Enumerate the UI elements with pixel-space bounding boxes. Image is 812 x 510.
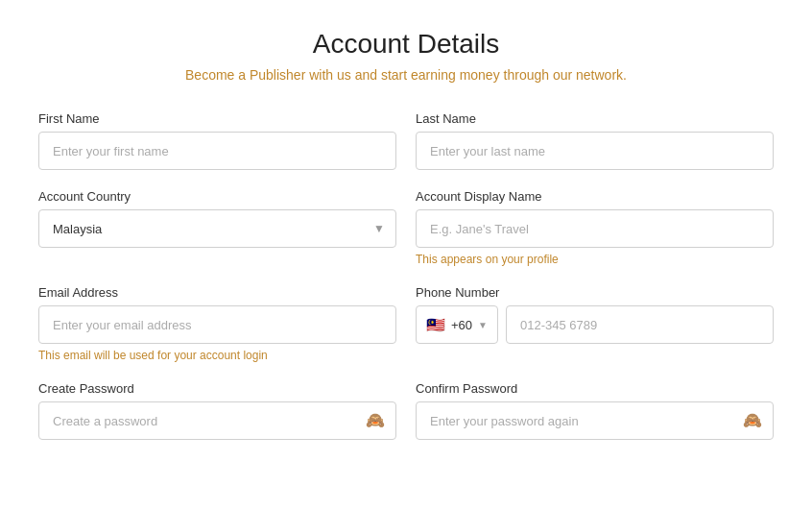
create-password-group: Create Password 🙈 (38, 381, 396, 440)
account-country-label: Account Country (38, 189, 396, 204)
display-name-hint: This appears on your profile (416, 253, 774, 266)
phone-input-group: 🇲🇾 +60 ▼ (416, 305, 774, 344)
phone-group: Phone Number 🇲🇾 +60 ▼ (416, 285, 774, 362)
email-hint: This email will be used for your account… (38, 349, 396, 362)
page-header: Account Details Become a Publisher with … (185, 29, 627, 83)
last-name-label: Last Name (416, 111, 774, 126)
display-name-label: Account Display Name (416, 189, 774, 204)
phone-label: Phone Number (416, 285, 774, 300)
phone-country-code: +60 (451, 318, 472, 332)
email-group: Email Address This email will be used fo… (38, 285, 396, 362)
account-country-group: Account Country Malaysia Singapore Indon… (38, 189, 396, 266)
first-name-group: First Name (38, 111, 396, 170)
email-phone-row: Email Address This email will be used fo… (38, 285, 774, 362)
confirm-password-wrapper: 🙈 (416, 401, 774, 440)
country-display-row: Account Country Malaysia Singapore Indon… (38, 189, 774, 266)
first-name-label: First Name (38, 111, 396, 126)
display-name-group: Account Display Name This appears on you… (416, 189, 774, 266)
password-toggle-icon[interactable]: 🙈 (366, 413, 385, 428)
last-name-input[interactable] (416, 132, 774, 170)
account-details-form: First Name Last Name Account Country Mal… (38, 111, 774, 459)
page-subtitle: Become a Publisher with us and start ear… (185, 67, 627, 83)
display-name-input[interactable] (416, 209, 774, 248)
confirm-password-label: Confirm Password (416, 381, 774, 396)
account-country-select[interactable]: Malaysia Singapore Indonesia Thailand Ph… (38, 209, 396, 248)
email-label: Email Address (38, 285, 396, 300)
chevron-down-icon: ▼ (478, 320, 488, 330)
create-password-input[interactable] (38, 401, 396, 440)
phone-prefix-selector[interactable]: 🇲🇾 +60 ▼ (416, 305, 498, 344)
email-input[interactable] (38, 305, 396, 344)
first-name-input[interactable] (38, 132, 396, 170)
last-name-group: Last Name (416, 111, 774, 170)
confirm-password-input[interactable] (416, 401, 774, 440)
password-row: Create Password 🙈 Confirm Password 🙈 (38, 381, 774, 440)
malaysia-flag-icon: 🇲🇾 (426, 316, 445, 334)
country-select-wrapper: Malaysia Singapore Indonesia Thailand Ph… (38, 209, 396, 248)
create-password-label: Create Password (38, 381, 396, 396)
page-title: Account Details (185, 29, 627, 60)
name-row: First Name Last Name (38, 111, 774, 170)
confirm-password-group: Confirm Password 🙈 (416, 381, 774, 440)
phone-number-input[interactable] (506, 305, 774, 344)
confirm-password-toggle-icon[interactable]: 🙈 (743, 413, 762, 428)
create-password-wrapper: 🙈 (38, 401, 396, 440)
